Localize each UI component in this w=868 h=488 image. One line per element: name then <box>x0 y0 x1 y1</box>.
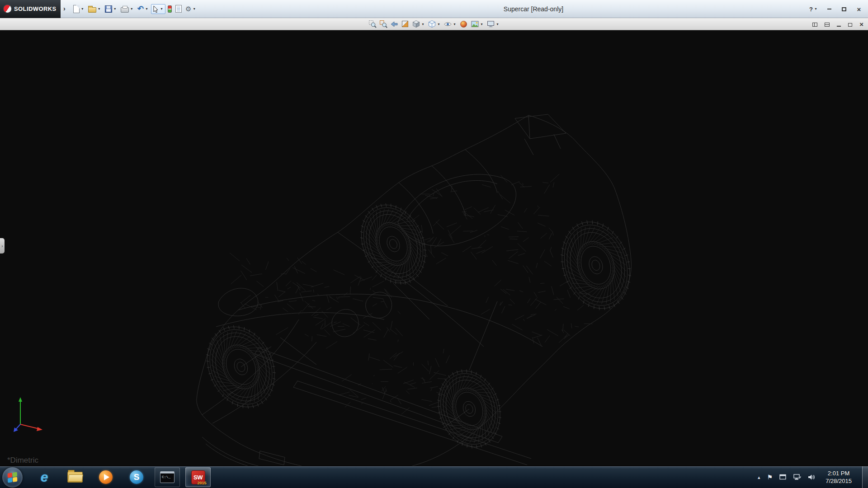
open-dropdown-icon[interactable]: ▾ <box>97 7 101 11</box>
section-view-icon <box>401 20 410 28</box>
command-prompt-text: C:\_ <box>162 475 170 479</box>
open-button[interactable]: ▾ <box>87 5 103 14</box>
graphics-area[interactable]: › *Dimetric <box>0 30 868 466</box>
view-settings-dropdown-icon[interactable]: ▾ <box>495 23 500 26</box>
graphics-toolbar-strip: ▾ ▾ ▾ <box>0 18 868 30</box>
undo-icon: ↶ <box>137 5 144 13</box>
network-icon[interactable] <box>793 474 801 480</box>
save-icon <box>105 5 112 13</box>
action-center-flag-icon[interactable]: ⚑ <box>767 474 773 481</box>
doc-restore-icon <box>848 23 852 27</box>
select-cursor-icon <box>153 5 159 13</box>
maximize-button[interactable] <box>840 5 848 13</box>
menu-expand-icon[interactable]: › <box>61 5 68 13</box>
doc-minimize-icon <box>837 26 841 27</box>
taskbar-windows-explorer-button[interactable] <box>62 467 88 487</box>
previous-view-button[interactable] <box>389 19 399 29</box>
apply-scene-icon <box>471 20 479 28</box>
view-orientation-button[interactable]: ▾ <box>411 20 426 28</box>
save-button[interactable]: ▾ <box>104 5 118 14</box>
skype-icon: S <box>130 470 143 484</box>
maximize-icon <box>842 7 846 11</box>
split-pane-button[interactable] <box>812 20 817 28</box>
split-pane-icon <box>812 23 817 27</box>
solidworks-letters: SW <box>193 474 203 481</box>
taskbar-command-prompt-button[interactable]: C:\_ <box>155 467 180 487</box>
help-icon: ? <box>809 6 813 13</box>
tile-pane-button[interactable] <box>825 20 830 28</box>
doc-close-button[interactable]: × <box>859 21 863 28</box>
taskbar-media-player-button[interactable] <box>93 467 118 487</box>
help-dropdown-icon[interactable]: ▾ <box>814 7 818 11</box>
internet-explorer-icon: e <box>41 470 48 484</box>
minimize-button[interactable] <box>826 5 833 13</box>
wireframe-model <box>0 30 868 466</box>
file-properties-button[interactable] <box>174 4 183 14</box>
hide-show-dropdown-icon[interactable]: ▾ <box>453 23 457 26</box>
help-button[interactable]: ? ▾ <box>809 6 818 13</box>
minimize-icon <box>827 9 831 9</box>
display-style-dropdown-icon[interactable]: ▾ <box>437 23 441 26</box>
options-button[interactable]: ⚙ ▾ <box>184 5 198 13</box>
doc-minimize-button[interactable] <box>837 20 841 28</box>
view-orientation-label: *Dimetric <box>7 456 38 465</box>
new-document-button[interactable]: ▾ <box>72 4 86 14</box>
window-controls: ? ▾ × <box>809 0 863 18</box>
print-button[interactable]: ▾ <box>119 5 135 14</box>
heads-up-view-toolbar: ▾ ▾ ▾ <box>368 18 500 30</box>
show-desktop-button[interactable] <box>862 466 868 488</box>
clock-time: 2:01 PM <box>826 469 852 477</box>
close-button[interactable]: × <box>855 5 863 13</box>
display-style-icon <box>428 20 436 28</box>
print-dropdown-icon[interactable]: ▾ <box>130 7 134 11</box>
zoom-to-fit-button[interactable] <box>368 19 377 29</box>
undo-button[interactable]: ↶ ▾ <box>136 5 150 14</box>
undo-dropdown-icon[interactable]: ▾ <box>145 7 149 11</box>
gear-icon: ⚙ <box>185 5 191 12</box>
rebuild-traffic-light-icon <box>168 5 172 13</box>
show-hidden-icons-button[interactable]: ▴ <box>758 474 760 480</box>
document-window-controls: × <box>812 18 863 30</box>
doc-restore-button[interactable] <box>848 20 852 28</box>
previous-view-icon <box>390 20 399 28</box>
taskbar-clock[interactable]: 2:01 PM 7/28/2015 <box>822 469 855 485</box>
3ds-logo-icon <box>4 5 11 13</box>
select-tool-button[interactable]: ▾ <box>151 4 165 14</box>
volume-icon[interactable] <box>808 474 815 480</box>
orientation-triad <box>13 395 49 436</box>
apply-scene-dropdown-icon[interactable]: ▾ <box>480 23 484 26</box>
panel-splitter-handle[interactable]: › <box>0 238 5 253</box>
logo-text: SOLIDWORKS <box>14 5 57 12</box>
clock-date: 7/28/2015 <box>826 477 852 485</box>
new-dropdown-icon[interactable]: ▾ <box>80 7 85 11</box>
menu-bar-toolbar: ▾ ▾ ▾ ▾ ↶ ▾ ▾ <box>72 4 198 14</box>
rebuild-button[interactable] <box>166 5 173 14</box>
taskbar-internet-explorer-button[interactable]: e <box>32 467 57 487</box>
tile-pane-icon <box>825 23 830 27</box>
document-title: Supercar [Read-only] <box>504 5 563 13</box>
apply-scene-button[interactable]: ▾ <box>470 20 485 28</box>
options-dropdown-icon[interactable]: ▾ <box>192 7 196 11</box>
select-dropdown-icon[interactable]: ▾ <box>160 7 164 11</box>
taskbar-skype-button[interactable]: S <box>124 467 149 487</box>
view-orientation-icon <box>412 20 420 28</box>
view-settings-icon <box>486 20 495 28</box>
tray-app-icon[interactable] <box>779 474 787 480</box>
solidworks-logo: SOLIDWORKS <box>0 0 61 18</box>
new-document-icon <box>73 5 80 13</box>
section-view-button[interactable] <box>400 19 410 29</box>
start-button[interactable] <box>2 467 23 488</box>
display-style-button[interactable]: ▾ <box>427 20 442 28</box>
zoom-to-area-button[interactable] <box>378 19 388 29</box>
zoom-to-fit-icon <box>368 20 377 28</box>
edit-appearance-button[interactable] <box>458 20 469 28</box>
open-folder-icon <box>88 7 96 13</box>
media-player-icon <box>99 470 113 484</box>
hide-show-items-button[interactable]: ▾ <box>443 20 458 28</box>
taskbar-solidworks-button[interactable]: SW 2015 <box>185 467 211 487</box>
system-tray: ▴ ⚑ 2:01 PM 7/28/2015 <box>758 466 868 488</box>
solidworks-app-icon: SW 2015 <box>191 470 205 484</box>
save-dropdown-icon[interactable]: ▾ <box>113 7 117 11</box>
view-settings-button[interactable]: ▾ <box>486 20 500 28</box>
view-orientation-dropdown-icon[interactable]: ▾ <box>421 23 425 26</box>
